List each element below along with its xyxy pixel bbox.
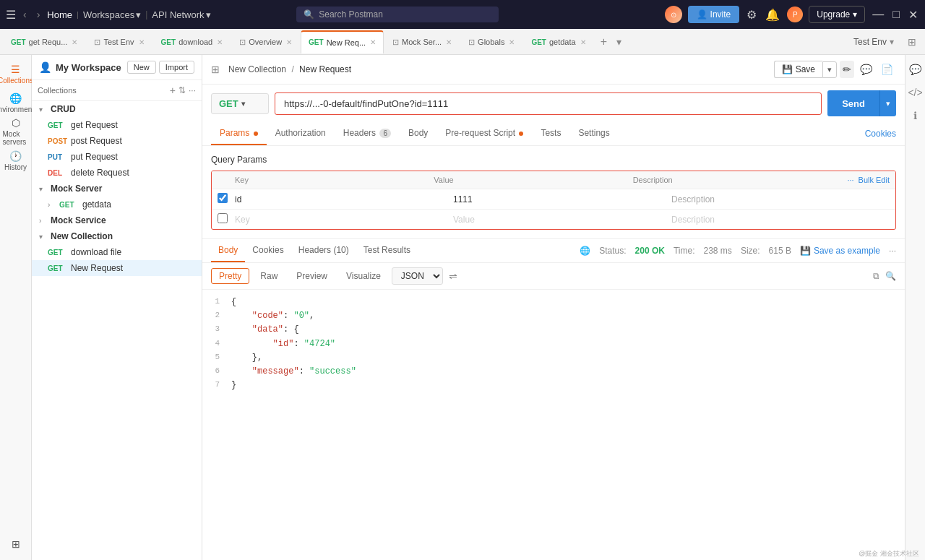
tree-item-new-request[interactable]: GET New Request (32, 260, 202, 276)
empty-description[interactable]: Description (671, 215, 890, 225)
response-tab-test-results[interactable]: Test Results (356, 239, 418, 262)
tab-close-icon[interactable]: ✕ (446, 38, 452, 46)
menu-icon[interactable]: ☰ (6, 8, 16, 22)
tree-section-mock-service[interactable]: › Mock Service (32, 212, 202, 228)
tab-close-icon[interactable]: ✕ (217, 38, 223, 46)
tab-params[interactable]: Params (211, 122, 267, 145)
bell-icon[interactable]: 🔔 (764, 7, 781, 23)
tab-pre-request[interactable]: Pre-request Script (436, 122, 532, 145)
format-raw-button[interactable]: Raw (252, 268, 285, 284)
tab-test-env[interactable]: ⊡ Test Env ✕ (86, 30, 152, 53)
sidebar-item-collections[interactable]: ☰ Collections (3, 61, 29, 87)
more-collection-icon[interactable]: ··· (189, 85, 196, 95)
tree-item-getdata[interactable]: › GET getdata (32, 197, 202, 212)
right-panel-info-icon[interactable]: ℹ (911, 107, 920, 124)
format-preview-button[interactable]: Preview (288, 268, 335, 284)
tab-close-icon[interactable]: ✕ (139, 38, 145, 46)
response-more-icon[interactable]: ··· (889, 246, 896, 256)
postman-icon[interactable]: P (787, 7, 803, 22)
panel-toggle-icon[interactable]: ⊞ (902, 36, 922, 48)
right-panel-code-icon[interactable]: </> (905, 84, 925, 101)
environment-selector[interactable]: Test Env ▾ (846, 37, 901, 47)
sidebar-item-mock-servers[interactable]: ⬡ Mock servers (3, 119, 29, 145)
empty-value[interactable]: Value (453, 215, 671, 225)
tab-get-request[interactable]: GET get Requ... ✕ (3, 30, 85, 53)
sidebar-item-teams[interactable]: ⊞ (3, 534, 29, 560)
param-key[interactable]: id (235, 194, 453, 204)
more-tabs-icon[interactable]: ▾ (614, 36, 624, 48)
sidebar-item-environments[interactable]: 🌐 Environments (3, 90, 29, 116)
search-response-icon[interactable]: 🔍 (885, 271, 896, 281)
tab-getdata[interactable]: GET getdata ✕ (523, 30, 593, 53)
minimize-icon[interactable]: — (871, 7, 885, 22)
tree-item-put-request[interactable]: PUT put Request (32, 149, 202, 165)
tab-close-icon[interactable]: ✕ (370, 38, 376, 46)
comment-icon-button[interactable]: 💬 (857, 61, 875, 78)
sidebar-item-history[interactable]: 🕐 History (3, 147, 29, 173)
tab-headers[interactable]: Headers 6 (335, 122, 400, 145)
format-pretty-button[interactable]: Pretty (211, 268, 249, 284)
param-checkbox[interactable] (218, 193, 228, 203)
new-tab-button[interactable]: + (595, 35, 613, 48)
tab-mock-ser[interactable]: ⊡ Mock Ser... ✕ (384, 30, 460, 53)
save-main-button[interactable]: 💾 Save (774, 61, 822, 78)
api-network-button[interactable]: API Network ▾ (152, 9, 210, 20)
close-icon[interactable]: ✕ (907, 7, 919, 23)
upgrade-button[interactable]: Upgrade ▾ (809, 6, 865, 23)
workspaces-button[interactable]: Workspaces ▾ (83, 9, 141, 20)
tree-item-delete-request[interactable]: DEL delete Request (32, 165, 202, 181)
tab-close-icon[interactable]: ✕ (580, 38, 586, 46)
tab-close-icon[interactable]: ✕ (72, 38, 77, 46)
right-panel-chat-icon[interactable]: 💬 (906, 61, 924, 78)
format-type-selector[interactable]: JSON XML HTML Text (392, 267, 443, 285)
method-selector[interactable]: GET ▾ (211, 93, 269, 114)
response-tab-body[interactable]: Body (211, 239, 245, 262)
copy-icon[interactable]: ⧉ (873, 271, 879, 281)
save-example-button[interactable]: 💾 Save as example (800, 246, 880, 256)
tab-body[interactable]: Body (400, 122, 436, 145)
search-bar[interactable]: 🔍 Search Postman (296, 7, 499, 22)
tab-new-request[interactable]: GET New Req... ✕ (301, 30, 384, 53)
home-link[interactable]: Home (47, 9, 72, 20)
add-collection-icon[interactable]: + (167, 85, 178, 96)
param-description[interactable]: Description (671, 194, 890, 204)
forward-button[interactable]: › (34, 7, 43, 22)
response-tab-headers[interactable]: Headers (10) (291, 239, 356, 262)
tab-settings[interactable]: Settings (569, 122, 618, 145)
empty-checkbox[interactable] (218, 213, 228, 223)
maximize-icon[interactable]: □ (891, 7, 901, 22)
save-dropdown-button[interactable]: ▾ (822, 61, 837, 78)
import-button[interactable]: Import (159, 61, 194, 74)
tree-section-mock-server[interactable]: ▾ Mock Server (32, 181, 202, 197)
tree-item-download-file[interactable]: GET download file (32, 244, 202, 260)
tree-item-post-request[interactable]: POST post Request (32, 133, 202, 149)
tab-download[interactable]: GET download ✕ (153, 30, 231, 53)
send-dropdown-button[interactable]: ▾ (879, 90, 896, 116)
tree-section-crud[interactable]: ▾ CRUD (32, 101, 202, 117)
empty-key[interactable]: Key (235, 215, 453, 225)
url-input[interactable] (275, 92, 822, 115)
tab-close-icon[interactable]: ✕ (286, 38, 292, 46)
tree-section-new-collection[interactable]: ▾ New Collection (32, 228, 202, 244)
new-button[interactable]: New (127, 61, 156, 74)
info-icon-button[interactable]: 📄 (878, 61, 896, 78)
send-button[interactable]: Send (827, 90, 879, 116)
tab-authorization[interactable]: Authorization (267, 122, 335, 145)
tab-close-icon[interactable]: ✕ (509, 38, 515, 46)
bulk-edit-label[interactable]: Bulk Edit (859, 176, 890, 184)
breadcrumb-parent[interactable]: New Collection (228, 64, 286, 74)
tree-item-get-request[interactable]: GET get Request (32, 117, 202, 133)
format-visualize-button[interactable]: Visualize (338, 268, 389, 284)
tab-tests[interactable]: Tests (532, 122, 569, 145)
invite-button[interactable]: 👤 Invite (688, 6, 740, 23)
edit-icon-button[interactable]: ✏ (840, 61, 854, 78)
wrap-icon[interactable]: ⇌ (449, 270, 457, 282)
back-button[interactable]: ‹ (20, 7, 30, 22)
response-tab-cookies[interactable]: Cookies (245, 239, 291, 262)
param-value[interactable]: 1111 (453, 194, 671, 204)
tab-overview[interactable]: ⊡ Overview ✕ (231, 30, 300, 53)
cookies-link[interactable]: Cookies (865, 129, 896, 139)
sort-collection-icon[interactable]: ⇅ (178, 85, 186, 95)
tab-globals[interactable]: ⊡ Globals ✕ (460, 30, 522, 53)
settings-icon[interactable]: ⚙ (745, 7, 758, 23)
